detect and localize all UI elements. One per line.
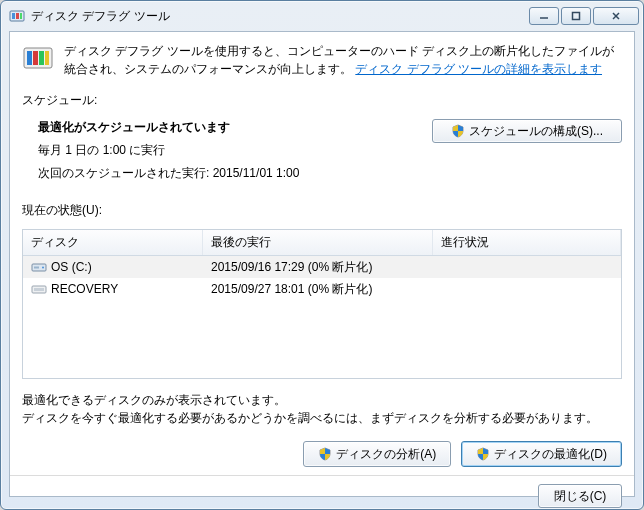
status-section-label: 現在の状態(U):	[22, 202, 622, 219]
maximize-button[interactable]	[561, 7, 591, 25]
drive-name: RECOVERY	[51, 282, 118, 296]
svg-rect-11	[39, 51, 44, 65]
schedule-box: 最適化がスケジュールされています 毎月 1 日の 1:00 に実行 次回のスケジ…	[22, 119, 622, 188]
column-header-disk[interactable]: ディスク	[23, 230, 203, 255]
window-controls	[529, 7, 639, 25]
svg-rect-5	[573, 13, 580, 20]
table-row[interactable]: RECOVERY2015/09/27 18:01 (0% 断片化)	[23, 278, 621, 300]
hdd-icon	[31, 261, 47, 273]
titlebar[interactable]: ディスク デフラグ ツール	[1, 1, 643, 31]
close-row: 閉じる(C)	[22, 484, 622, 508]
configure-schedule-button[interactable]: スケジュールの構成(S)...	[432, 119, 622, 143]
action-buttons: ディスクの分析(A) ディスクの最適化(D)	[22, 441, 622, 467]
intro-text: ディスク デフラグ ツールを使用すると、コンピューターのハード ディスク上の断片…	[64, 42, 622, 78]
divider	[10, 475, 634, 476]
minimize-button[interactable]	[529, 7, 559, 25]
svg-rect-12	[45, 51, 49, 65]
content-area: ディスク デフラグ ツールを使用すると、コンピューターのハード ディスク上の断片…	[9, 31, 635, 497]
analyze-button[interactable]: ディスクの分析(A)	[303, 441, 451, 467]
svg-point-14	[42, 267, 44, 269]
close-window-button[interactable]	[593, 7, 639, 25]
svg-rect-3	[20, 13, 22, 19]
progress-cell	[433, 263, 621, 271]
details-link[interactable]: ディスク デフラグ ツールの詳細を表示します	[355, 62, 602, 76]
window-frame: ディスク デフラグ ツール	[0, 0, 644, 510]
schedule-next-run: 次回のスケジュールされた実行: 2015/11/01 1:00	[38, 165, 420, 182]
drive-name: OS (C:)	[51, 260, 92, 274]
optimize-button[interactable]: ディスクの最適化(D)	[461, 441, 622, 467]
svg-rect-9	[27, 51, 32, 65]
close-button[interactable]: 閉じる(C)	[538, 484, 622, 508]
note-text: 最適化できるディスクのみが表示されています。 ディスクを今すぐ最適化する必要があ…	[22, 391, 622, 427]
drive-icon	[31, 283, 47, 295]
last-run-cell: 2015/09/27 18:01 (0% 断片化)	[203, 277, 433, 302]
column-header-progress[interactable]: 進行状況	[433, 230, 621, 255]
svg-rect-2	[16, 13, 19, 19]
note-line-1: 最適化できるディスクのみが表示されています。	[22, 391, 622, 409]
intro-section: ディスク デフラグ ツールを使用すると、コンピューターのハード ディスク上の断片…	[22, 42, 622, 78]
progress-cell	[433, 285, 621, 293]
configure-schedule-label: スケジュールの構成(S)...	[469, 123, 603, 140]
optimize-label: ディスクの最適化(D)	[494, 446, 607, 463]
app-icon	[9, 8, 25, 24]
schedule-frequency: 毎月 1 日の 1:00 に実行	[38, 142, 420, 159]
note-line-2: ディスクを今すぐ最適化する必要があるかどうかを調べるには、まずディスクを分析する…	[22, 409, 622, 427]
drive-cell: OS (C:)	[23, 256, 203, 278]
window-title: ディスク デフラグ ツール	[31, 8, 529, 25]
table-row[interactable]: OS (C:)2015/09/16 17:29 (0% 断片化)	[23, 256, 621, 278]
shield-icon	[451, 124, 465, 138]
column-header-last-run[interactable]: 最後の実行	[203, 230, 433, 255]
shield-icon	[476, 447, 490, 461]
shield-icon	[318, 447, 332, 461]
analyze-label: ディスクの分析(A)	[336, 446, 436, 463]
drive-cell: RECOVERY	[23, 278, 203, 300]
drives-header: ディスク 最後の実行 進行状況	[23, 230, 621, 256]
close-label: 閉じる(C)	[554, 488, 607, 505]
svg-rect-10	[33, 51, 38, 65]
svg-rect-17	[34, 288, 44, 291]
schedule-section-label: スケジュール:	[22, 92, 622, 109]
schedule-status-title: 最適化がスケジュールされています	[38, 119, 420, 136]
drives-list[interactable]: ディスク 最後の実行 進行状況 OS (C:)2015/09/16 17:29 …	[22, 229, 622, 379]
svg-rect-15	[34, 267, 39, 269]
defrag-icon	[22, 42, 54, 74]
svg-rect-1	[12, 13, 15, 19]
